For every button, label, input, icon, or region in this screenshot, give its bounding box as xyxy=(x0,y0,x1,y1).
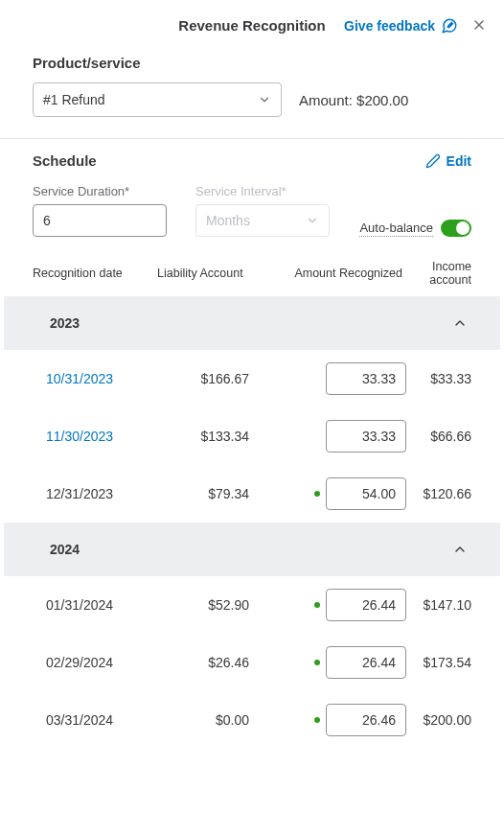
table-row: 03/31/2024$0.00$200.00 xyxy=(0,691,504,749)
table-row: 01/31/2024$52.90$147.10 xyxy=(0,576,504,634)
amount-recognized-cell xyxy=(272,589,406,621)
close-icon xyxy=(471,17,487,33)
service-interval-select: Months xyxy=(195,204,330,237)
give-feedback-link[interactable]: Give feedback xyxy=(344,17,458,35)
amount-recognized-input[interactable] xyxy=(326,704,406,736)
col-recognition-date: Recognition date xyxy=(33,267,157,280)
liability-value: $166.67 xyxy=(157,371,272,386)
schedule-label: Schedule xyxy=(33,152,97,169)
service-duration-label: Service Duration* xyxy=(33,184,167,198)
col-liability-account: Liability Account xyxy=(157,267,272,280)
amount-recognized-cell xyxy=(272,477,406,510)
income-value: $120.66 xyxy=(406,486,471,501)
amount-recognized-cell xyxy=(272,704,406,736)
status-dot-icon xyxy=(314,717,320,723)
amount-recognized-input[interactable] xyxy=(326,589,406,621)
status-dot-icon xyxy=(314,491,320,497)
recognition-date: 12/31/2023 xyxy=(33,486,157,501)
chevron-down-icon xyxy=(258,93,271,106)
service-interval-label: Service Interval* xyxy=(195,184,330,198)
amount-recognized-cell xyxy=(272,646,406,679)
income-value: $66.66 xyxy=(406,429,471,444)
status-dot-icon xyxy=(314,602,320,608)
status-dot-icon xyxy=(314,660,320,665)
feedback-icon xyxy=(441,17,458,35)
liability-value: $133.34 xyxy=(157,429,272,444)
product-service-value: #1 Refund xyxy=(43,92,105,107)
year-row[interactable]: 2023 xyxy=(4,296,500,350)
amount-recognized-input[interactable] xyxy=(326,420,406,453)
liability-value: $79.34 xyxy=(157,486,272,501)
col-income-account: Income account xyxy=(406,260,471,287)
close-button[interactable] xyxy=(468,13,491,36)
amount-display: Amount: $200.00 xyxy=(299,92,408,108)
amount-label: Amount: xyxy=(299,92,353,108)
year-label: 2024 xyxy=(36,542,80,557)
recognition-date: 01/31/2024 xyxy=(33,597,157,613)
service-duration-input[interactable] xyxy=(33,204,167,237)
recognition-date: 02/29/2024 xyxy=(33,655,157,670)
income-value: $173.54 xyxy=(406,655,471,670)
product-service-label: Product/service xyxy=(33,55,471,71)
liability-value: $52.90 xyxy=(157,597,272,613)
table-row: 11/30/2023$133.34$66.66 xyxy=(0,407,504,465)
recognition-date[interactable]: 11/30/2023 xyxy=(33,429,157,444)
income-value: $33.33 xyxy=(406,371,471,386)
recognition-date[interactable]: 10/31/2023 xyxy=(33,371,157,386)
auto-balance-label: Auto-balance xyxy=(359,221,433,237)
year-label: 2023 xyxy=(36,315,80,331)
edit-button[interactable]: Edit xyxy=(425,153,471,169)
amount-value: $200.00 xyxy=(356,92,408,108)
income-value: $147.10 xyxy=(406,597,471,613)
recognition-date: 03/31/2024 xyxy=(33,712,157,728)
col-amount-recognized: Amount Recognized xyxy=(272,267,406,280)
chevron-down-icon xyxy=(306,214,319,227)
give-feedback-label: Give feedback xyxy=(344,18,435,34)
amount-recognized-input[interactable] xyxy=(326,362,406,395)
chevron-up-icon xyxy=(452,542,468,557)
amount-recognized-input[interactable] xyxy=(326,646,406,679)
table-row: 10/31/2023$166.67$33.33 xyxy=(0,350,504,407)
edit-label: Edit xyxy=(447,153,471,169)
chevron-up-icon xyxy=(452,315,468,331)
amount-recognized-cell xyxy=(272,362,406,395)
auto-balance-toggle[interactable] xyxy=(441,220,471,237)
product-service-select[interactable]: #1 Refund xyxy=(33,82,282,117)
liability-value: $26.46 xyxy=(157,655,272,670)
amount-recognized-cell xyxy=(272,420,406,453)
year-row[interactable]: 2024 xyxy=(4,523,500,576)
income-value: $200.00 xyxy=(406,712,471,728)
page-title: Revenue Recognition xyxy=(178,17,325,34)
service-interval-value: Months xyxy=(206,213,250,228)
pencil-icon xyxy=(425,153,441,169)
liability-value: $0.00 xyxy=(157,712,272,728)
table-row: 02/29/2024$26.46$173.54 xyxy=(0,634,504,691)
amount-recognized-input[interactable] xyxy=(326,477,406,510)
table-row: 12/31/2023$79.34$120.66 xyxy=(0,465,504,523)
